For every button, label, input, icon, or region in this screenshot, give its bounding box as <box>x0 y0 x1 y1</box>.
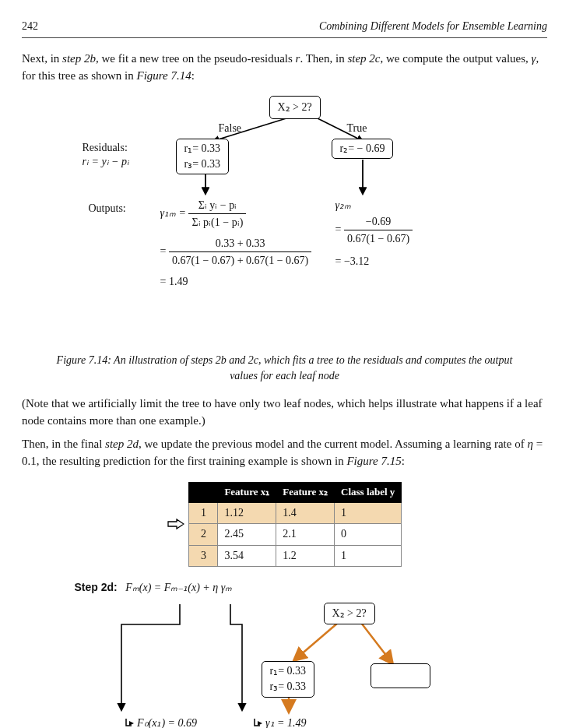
fig15-f0: F₀(x₁) = 0.69 <box>125 716 198 728</box>
gamma1m-eq2-pre: = <box>160 245 167 257</box>
gamma-2m-derivation: γ₂ₘ = −0.69 0.67(1 − 0.67) = −3.12 <box>335 197 413 269</box>
body-paragraph: (Note that we artificially limit the tre… <box>22 396 547 430</box>
table-cell: 0 <box>335 524 402 545</box>
outputs-label: Outputs: <box>89 201 126 216</box>
step2d-label: Step 2d: <box>75 581 118 593</box>
body-paragraph: Then, in the final step 2d, we update th… <box>22 436 547 470</box>
residuals-label: Residuals: rᵢ = yᵢ − pᵢ <box>83 141 130 169</box>
table-cell: 1 <box>189 503 218 524</box>
table-header: Feature x₂ <box>276 483 335 503</box>
figure-7-15: Step 2d: Fₘ(x) = Fₘ₋₁(x) + η γₘ X₂ > 2? … <box>75 579 495 728</box>
table-row: 22.452.10 <box>189 524 402 545</box>
edge-label-false: False <box>219 121 242 136</box>
step-2d-equation: Step 2d: Fₘ(x) = Fₘ₋₁(x) + η γₘ <box>75 579 495 596</box>
residuals-label-line2: rᵢ = yᵢ − pᵢ <box>83 156 130 167</box>
table-cell: 2 <box>189 524 218 545</box>
fig15-leaf-line2: r₃= 0.33 <box>270 681 307 692</box>
gamma2m-result: = −3.12 <box>335 253 370 269</box>
gamma2m-frac-den: 0.67(1 − 0.67) <box>344 230 413 247</box>
table-header-row: Feature x₁ Feature x₂ Class label y <box>189 483 402 503</box>
gamma2m-lhs: γ₂ₘ <box>335 199 352 211</box>
table-cell: 3 <box>189 545 218 566</box>
residuals-label-line1: Residuals: <box>83 142 128 153</box>
table-row: 11.121.41 <box>189 503 402 524</box>
fig15-leaf-line1: r₁= 0.33 <box>270 665 307 677</box>
chapter-title: Combining Different Models for Ensemble … <box>319 19 547 34</box>
tree-leaf-left: r₁= 0.33 r₃= 0.33 <box>176 139 230 175</box>
table-cell: 2.45 <box>218 524 276 545</box>
table-cell: 3.54 <box>218 545 276 566</box>
tree-root-node: X₂ > 2? <box>269 96 321 119</box>
page-header: 242 Combining Different Models for Ensem… <box>22 19 547 38</box>
gamma1m-result: = 1.49 <box>160 273 188 290</box>
gamma-1m-derivation: γ₁ₘ = Σᵢ yᵢ − pᵢ Σᵢ pᵢ(1 − pᵢ) = 0.33 + … <box>160 197 312 290</box>
edge-label-true: True <box>347 121 367 136</box>
fig15-f0-text: F₀(x₁) = 0.69 <box>137 717 197 728</box>
table-cell: 1 <box>335 545 402 566</box>
gamma1m-lhs: γ₁ₘ = <box>160 207 186 219</box>
leaf-left-line2: r₃= 0.33 <box>184 158 221 170</box>
figure-7-14-caption: Figure 7.14: An illustration of steps 2b… <box>53 353 516 383</box>
table-header: Feature x₁ <box>218 483 276 503</box>
table-cell: 1.2 <box>276 545 335 566</box>
table-cell: 2.1 <box>276 524 335 545</box>
training-data-table: Feature x₁ Feature x₂ Class label y 11.1… <box>188 482 402 567</box>
table-header: Class label y <box>335 483 402 503</box>
fig15-tree-leaf: r₁= 0.33 r₃= 0.33 <box>262 661 315 698</box>
svg-line-5 <box>361 623 392 663</box>
arrow-right-icon <box>167 518 184 535</box>
figure-7-14: X₂ > 2? False True Residuals: rᵢ = yᵢ − … <box>67 96 503 345</box>
tree-leaf-right: r₂= − 0.69 <box>332 139 394 159</box>
table-row: 33.541.21 <box>189 545 402 566</box>
body-paragraph: Next, in step 2b, we fit a new tree on t… <box>22 51 547 85</box>
fig15-gamma1: γ₁ = 1.49 <box>254 716 307 728</box>
gamma2m-frac-num: −0.69 <box>344 213 413 230</box>
gamma1m-frac1-den: Σᵢ pᵢ(1 − pᵢ) <box>188 214 246 230</box>
table-header <box>189 483 218 503</box>
gamma1m-frac1-num: Σᵢ yᵢ − pᵢ <box>188 197 246 214</box>
fig15-gamma1-text: γ₁ = 1.49 <box>265 717 306 728</box>
table-cell: 1.4 <box>276 503 335 524</box>
svg-line-4 <box>294 623 338 660</box>
gamma2m-eq1-pre: = <box>335 223 342 235</box>
step2d-eq: Fₘ(x) = Fₘ₋₁(x) + η γₘ <box>125 582 232 593</box>
table-cell: 1.12 <box>218 503 276 524</box>
gamma1m-frac2-den: 0.67(1 − 0.67) + 0.67(1 − 0.67) <box>169 252 311 269</box>
gamma1m-frac2-num: 0.33 + 0.33 <box>169 235 311 252</box>
fig15-tree-empty-leaf <box>371 663 430 688</box>
page-number: 242 <box>22 19 38 34</box>
table-cell: 1 <box>335 503 402 524</box>
leaf-left-line1: r₁= 0.33 <box>184 142 221 154</box>
fig15-tree-root: X₂ > 2? <box>324 603 375 624</box>
